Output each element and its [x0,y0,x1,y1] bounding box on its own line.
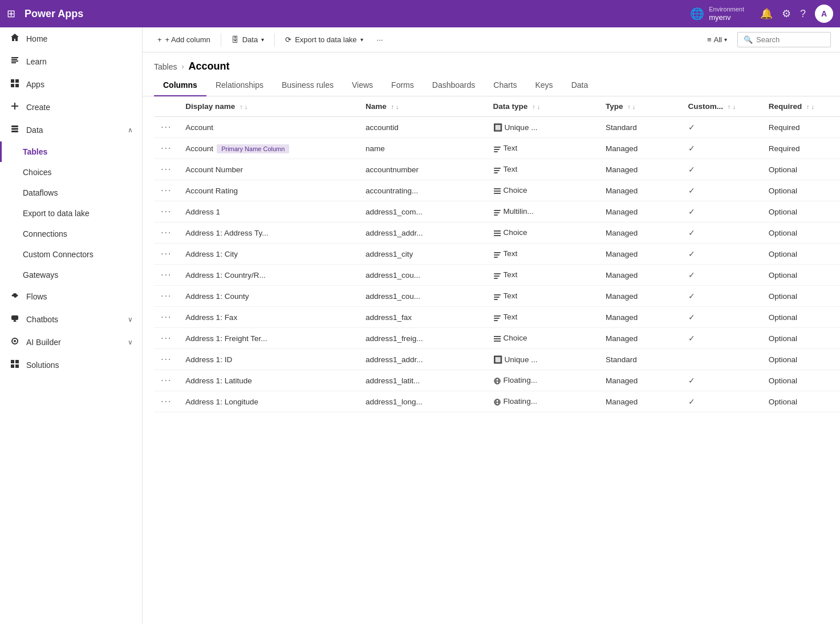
more-btn-icon[interactable]: ··· [161,122,172,132]
svg-rect-32 [494,212,500,213]
more-btn-icon[interactable]: ··· [161,228,172,237]
row-more-0[interactable]: ··· [154,117,178,138]
row-more-10[interactable]: ··· [154,328,178,349]
tab-data[interactable]: Data [562,75,598,96]
sidebar-item-exportdatalake[interactable]: Export to data lake [0,203,142,224]
tab-relationships[interactable]: Relationships [206,75,273,96]
table-row[interactable]: ···Address 1: Freight Ter...address1_fre… [154,328,840,349]
row-more-13[interactable]: ··· [154,391,178,412]
sidebar-item-create[interactable]: Create [0,96,142,119]
col-header-required[interactable]: Required ↑ ↓ [762,96,840,117]
more-btn-icon[interactable]: ··· [161,375,172,385]
more-btn-icon[interactable]: ··· [161,270,172,279]
tab-views[interactable]: Views [343,75,382,96]
sidebar-item-choices[interactable]: Choices [0,162,142,183]
tab-businessrules[interactable]: Business rules [273,75,343,96]
tabs-row: ColumnsRelationshipsBusiness rulesViewsF… [143,75,840,96]
table-row[interactable]: ···Address 1: Faxaddress1_faxTextManaged… [154,307,840,328]
row-more-12[interactable]: ··· [154,370,178,391]
display-name-text: Account Number [185,165,243,174]
data-type-text: Unique ... [505,123,538,132]
row-type-0: Standard [599,117,681,138]
more-btn-icon[interactable]: ··· [161,206,172,216]
table-row[interactable]: ···Address 1: Address Ty...address1_addr… [154,222,840,244]
sidebar-item-learn[interactable]: Learn [0,50,142,73]
table-row[interactable]: ···Address 1: Latitudeaddress1_latit...F… [154,370,840,391]
col-header-type[interactable]: Type ↑ ↓ [599,96,681,117]
waffle-icon[interactable]: ⊞ [7,7,15,20]
row-more-4[interactable]: ··· [154,201,178,222]
more-btn-icon[interactable]: ··· [161,396,172,406]
table-row[interactable]: ···Account Ratingaccountrating...ChoiceM… [154,180,840,201]
table-row[interactable]: ···Accountaccountid🔲Unique ...Standard✓R… [154,117,840,138]
sidebar-item-tables[interactable]: Tables [0,141,142,162]
col-header-datatype[interactable]: Data type ↑ ↓ [486,96,599,117]
row-more-2[interactable]: ··· [154,159,178,180]
aibuilder-chevron-icon: ∨ [128,338,133,346]
tab-keys[interactable]: Keys [526,75,562,96]
row-more-1[interactable]: ··· [154,138,178,159]
sidebar-item-flows[interactable]: Flows [0,285,142,308]
svg-rect-30 [494,193,501,194]
sidebar-item-data[interactable]: Data∧ [0,119,142,141]
help-icon[interactable]: ? [800,8,806,20]
breadcrumb-parent[interactable]: Tables [154,62,177,71]
more-btn-icon[interactable]: ··· [161,143,172,153]
export-datalake-button[interactable]: ⟳ Export to data lake ▾ [279,32,368,47]
row-more-8[interactable]: ··· [154,286,178,307]
sidebar-item-aibuilder[interactable]: AI Builder∨ [0,331,142,354]
sidebar-item-chatbots[interactable]: Chatbots∨ [0,308,142,331]
table-row[interactable]: ···AccountPrimary Name ColumnnameTextMan… [154,138,840,159]
sidebar-item-dataflows[interactable]: Dataflows [0,183,142,203]
table-row[interactable]: ···Account NumberaccountnumberTextManage… [154,159,840,180]
more-button[interactable]: ··· [371,32,389,47]
avatar[interactable]: A [815,5,833,23]
more-btn-icon[interactable]: ··· [161,333,172,343]
filter-label: All [714,35,722,44]
row-more-11[interactable]: ··· [154,349,178,370]
more-btn-icon[interactable]: ··· [161,291,172,301]
search-input[interactable] [756,35,825,44]
table-row[interactable]: ···Address 1: Country/R...address1_cou..… [154,265,840,286]
env-info[interactable]: 🌐 Environment myenv [690,6,744,22]
table-row[interactable]: ···Address 1address1_com...Multilin...Ma… [154,201,840,222]
more-btn-icon[interactable]: ··· [161,249,172,258]
sidebar-item-gateways[interactable]: Gateways [0,265,142,285]
svg-rect-6 [11,84,14,87]
sidebar-item-connections[interactable]: Connections [0,224,142,244]
svg-rect-43 [494,294,501,295]
table-row[interactable]: ···Address 1: Longitudeaddress1_long...F… [154,391,840,412]
row-more-3[interactable]: ··· [154,180,178,201]
tab-forms[interactable]: Forms [382,75,423,96]
sidebar-item-customconnectors[interactable]: Custom Connectors [0,244,142,265]
table-row[interactable]: ···Address 1: IDaddress1_addr...🔲Unique … [154,349,840,370]
more-btn-icon[interactable]: ··· [161,312,172,322]
sidebar-item-solutions[interactable]: Solutions [0,354,142,376]
data-type-text: Text [504,313,518,321]
tab-dashboards[interactable]: Dashboards [423,75,485,96]
col-header-name[interactable]: Name ↑ ↓ [359,96,486,117]
sidebar-item-apps[interactable]: Apps [0,73,142,96]
tab-charts[interactable]: Charts [484,75,526,96]
more-btn-icon[interactable]: ··· [161,164,172,174]
more-btn-icon[interactable]: ··· [161,354,172,364]
data-button[interactable]: 🗄 Data ▾ [226,32,270,47]
row-more-5[interactable]: ··· [154,222,178,244]
add-column-button[interactable]: + + Add column [152,32,216,47]
filter-button[interactable]: ≡ All ▾ [701,32,733,47]
settings-icon[interactable]: ⚙ [782,7,791,20]
more-btn-icon[interactable]: ··· [161,185,172,195]
bell-icon[interactable]: 🔔 [760,7,773,20]
display-name-text: Account [185,123,213,132]
row-more-6[interactable]: ··· [154,244,178,265]
table-wrap[interactable]: Display name ↑ ↓Name ↑ ↓Data type ↑ ↓Typ… [143,96,840,624]
tab-columns[interactable]: Columns [154,75,206,96]
table-row[interactable]: ···Address 1: Countyaddress1_cou...TextM… [154,286,840,307]
row-more-9[interactable]: ··· [154,307,178,328]
col-header-displayname[interactable]: Display name ↑ ↓ [178,96,359,117]
sidebar-item-home[interactable]: Home [0,27,142,50]
search-box[interactable]: 🔍 [737,32,831,47]
row-more-7[interactable]: ··· [154,265,178,286]
col-header-custom[interactable]: Custom... ↑ ↓ [681,96,762,117]
table-row[interactable]: ···Address 1: Cityaddress1_cityTextManag… [154,244,840,265]
